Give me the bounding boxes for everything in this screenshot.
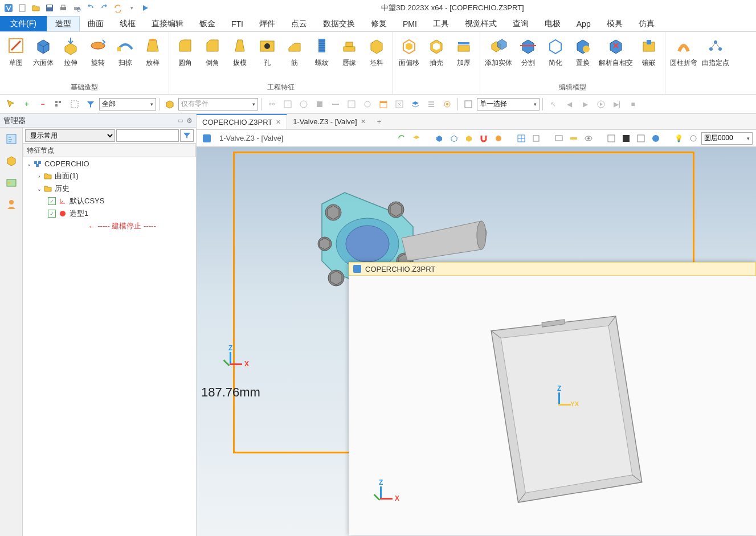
menu-file[interactable]: 文件(F) xyxy=(0,16,47,31)
layer-select[interactable]: 图层0000 xyxy=(701,132,753,145)
vt-color1-icon[interactable] xyxy=(604,132,618,145)
add-tab[interactable]: + xyxy=(371,114,387,129)
btn-shell[interactable]: 抽壳 xyxy=(423,33,450,91)
checkbox-icon[interactable]: ✓ xyxy=(48,210,56,218)
btn-sweep[interactable]: 扫掠 xyxy=(112,33,139,81)
tb-icon-calendar[interactable] xyxy=(376,97,391,112)
menu-pmi[interactable]: PMI xyxy=(395,16,425,31)
tree-csys[interactable]: ✓ 默认CSYS xyxy=(23,195,196,207)
new-icon[interactable] xyxy=(16,2,28,14)
dropdown-icon[interactable]: ▾ xyxy=(125,2,138,14)
checkbox-icon[interactable]: ✓ xyxy=(48,197,56,205)
select-mode[interactable]: 单一选择 xyxy=(477,98,540,111)
menu-mold[interactable]: 模具 xyxy=(599,16,631,31)
btn-thicken[interactable]: 加厚 xyxy=(450,33,477,91)
tb-icon-3[interactable] xyxy=(312,97,327,112)
tb-icon-checkbox[interactable] xyxy=(461,97,476,112)
vt-screen-icon[interactable] xyxy=(552,132,566,145)
tb-icon-list[interactable] xyxy=(424,97,439,112)
grid-select-icon[interactable] xyxy=(51,97,66,112)
nav-play-icon[interactable] xyxy=(594,97,608,112)
cursor-icon[interactable] xyxy=(3,97,18,112)
menu-shape[interactable]: 造型 xyxy=(47,16,80,31)
btn-loft[interactable]: 放样 xyxy=(139,33,166,81)
menu-data-exchange[interactable]: 数据交换 xyxy=(315,16,363,31)
btn-extrude[interactable]: 拉伸 xyxy=(57,33,84,81)
btn-revolve[interactable]: 旋转 xyxy=(84,33,112,81)
nav-back-icon[interactable]: ◀ xyxy=(562,97,577,112)
vt-grid-icon[interactable] xyxy=(514,132,528,145)
undo-icon[interactable] xyxy=(84,2,97,14)
side-layers-icon[interactable] xyxy=(3,174,19,190)
btn-hole[interactable]: 孔 xyxy=(254,33,281,81)
btn-chamfer[interactable]: 倒角 xyxy=(199,33,226,81)
filter-funnel-icon[interactable] xyxy=(180,129,194,142)
btn-by-points[interactable]: 由指定点 xyxy=(700,33,732,91)
nav-forward-icon[interactable]: ▶ xyxy=(578,97,592,112)
btn-rib[interactable]: 筋 xyxy=(281,33,308,81)
vt-cube3-icon[interactable] xyxy=(462,132,476,145)
parts-select[interactable]: 仅有零件 xyxy=(178,98,258,111)
btn-stock[interactable]: 坯料 xyxy=(363,33,390,81)
vt-color3-icon[interactable] xyxy=(634,132,648,145)
show-common-select[interactable]: 显示常用 xyxy=(25,129,115,142)
menu-wireframe[interactable]: 线框 xyxy=(112,16,144,31)
link-icon[interactable]: ⚯ xyxy=(264,97,279,112)
side-tree-icon[interactable] xyxy=(3,131,19,147)
funnel-icon[interactable] xyxy=(83,97,98,112)
menu-visual-style[interactable]: 视觉样式 xyxy=(457,16,505,31)
btn-emboss[interactable]: 镶嵌 xyxy=(635,33,663,81)
dotted-select-icon[interactable] xyxy=(67,97,82,112)
print-icon[interactable] xyxy=(57,2,70,14)
vt-layers-icon[interactable] xyxy=(410,132,423,145)
close-icon[interactable]: ✕ xyxy=(361,118,366,125)
menu-fti[interactable]: FTI xyxy=(223,16,251,31)
menu-simulation[interactable]: 仿真 xyxy=(631,16,663,31)
side-user-icon[interactable] xyxy=(3,196,19,212)
add-icon[interactable]: + xyxy=(19,97,34,112)
panel-minimize-icon[interactable]: ▭ xyxy=(178,117,183,124)
vt-material-icon[interactable] xyxy=(649,132,663,145)
tree-history[interactable]: ⌄ 历史 xyxy=(23,182,196,195)
tree-surface[interactable]: › 曲面(1) xyxy=(23,170,196,182)
breadcrumb-icon[interactable] xyxy=(200,132,214,145)
vt-eye-icon[interactable] xyxy=(582,132,595,145)
menu-app[interactable]: App xyxy=(569,16,599,31)
save-icon[interactable] xyxy=(43,2,56,14)
tb-icon-clear[interactable] xyxy=(392,97,407,112)
btn-replace[interactable]: 置换 xyxy=(569,33,596,81)
btn-split[interactable]: 分割 xyxy=(514,33,542,81)
tb-icon-6[interactable] xyxy=(360,97,375,112)
menu-point-cloud[interactable]: 点云 xyxy=(283,16,315,31)
menu-repair[interactable]: 修复 xyxy=(363,16,395,31)
tb-icon-target[interactable] xyxy=(440,97,455,112)
vt-color2-icon[interactable] xyxy=(619,132,633,145)
close-icon[interactable]: ✕ xyxy=(276,118,281,126)
redo-icon[interactable] xyxy=(98,2,111,14)
viewport[interactable]: 1-Valve.Z3 - [Valve] xyxy=(197,130,756,536)
cube-filter-icon[interactable] xyxy=(162,97,177,112)
panel-gear-icon[interactable]: ⚙ xyxy=(186,117,193,125)
btn-fillet[interactable]: 圆角 xyxy=(171,33,199,81)
tb-icon-layers[interactable] xyxy=(408,97,423,112)
menu-direct-edit[interactable]: 直接编辑 xyxy=(144,16,191,31)
vt-circle-icon[interactable] xyxy=(492,132,505,145)
tb-icon-4[interactable] xyxy=(328,97,343,112)
nav-end-icon[interactable]: ▶| xyxy=(610,97,624,112)
btn-thread[interactable]: 螺纹 xyxy=(308,33,336,81)
print-preview-icon[interactable] xyxy=(71,2,83,14)
canvas[interactable]: 187.76mm COPERCHIO.Z3PRT xyxy=(197,147,756,536)
tb-icon-1[interactable] xyxy=(280,97,295,112)
secondary-window[interactable]: COPERCHIO.Z3PRT xyxy=(349,262,756,535)
nav-stop-icon[interactable]: ■ xyxy=(626,97,640,112)
vt-box-icon[interactable] xyxy=(529,132,543,145)
btn-lip[interactable]: 唇缘 xyxy=(336,33,363,81)
vt-lightbulb-icon[interactable]: 💡 xyxy=(672,132,685,145)
btn-box[interactable]: 六面体 xyxy=(30,33,57,81)
menu-sheet-metal[interactable]: 钣金 xyxy=(191,16,223,31)
btn-self-intersect[interactable]: 解析自相交 xyxy=(596,33,635,81)
menu-electrode[interactable]: 电极 xyxy=(537,16,569,31)
doctab-coperchio[interactable]: COPERCHIO.Z3PRT ✕ xyxy=(197,114,287,129)
secondary-window-title-bar[interactable]: COPERCHIO.Z3PRT xyxy=(349,262,756,276)
vt-cube2-icon[interactable] xyxy=(447,132,461,145)
